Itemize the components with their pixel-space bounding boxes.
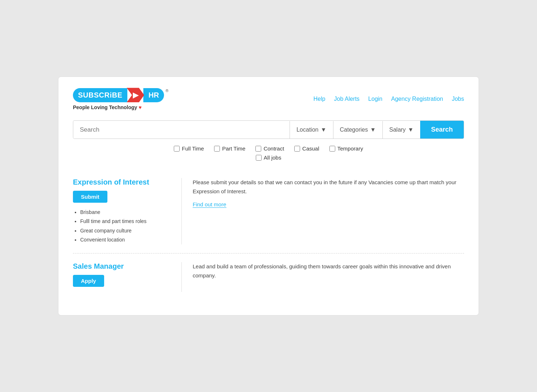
logo-subscribe: SUBSCRiBE xyxy=(73,88,127,102)
job-title-expression-of-interest[interactable]: Expression of Interest xyxy=(73,178,171,186)
filter-temporary-label: Temporary xyxy=(337,145,363,152)
job-description-1: Please submit your details so that we ca… xyxy=(193,178,464,196)
filter-all-jobs-label: All jobs xyxy=(264,154,281,161)
job-bullets-1: Brisbane Fulll time and part times roles… xyxy=(73,208,171,244)
nav-links: Help Job Alerts Login Agency Registratio… xyxy=(313,96,464,102)
heart-icon: ♥ xyxy=(139,104,142,110)
salary-label: Salary xyxy=(389,127,406,133)
bullet-culture: Great company culture xyxy=(80,226,171,235)
job-left-2: Sales Manager Apply xyxy=(73,262,182,292)
search-button[interactable]: Search xyxy=(420,121,464,139)
submit-button[interactable]: Submit xyxy=(73,191,107,203)
job-item-sales-manager: Sales Manager Apply Lead and build a tea… xyxy=(73,253,464,301)
filter-part-time[interactable]: Part Time xyxy=(214,145,245,152)
filter-contract-label: Contract xyxy=(263,145,284,152)
logo: SUBSCRiBE ▶ HR xyxy=(73,88,164,102)
filter-row-1: Full Time Part Time Contract Casual Temp… xyxy=(73,145,464,152)
search-bar: Location ▼ Categories ▼ Salary ▼ Search xyxy=(73,120,464,139)
checkbox-casual[interactable] xyxy=(294,146,300,152)
salary-dropdown[interactable]: Salary ▼ xyxy=(383,121,420,138)
filter-row-2: All jobs xyxy=(73,154,464,161)
categories-arrow-icon: ▼ xyxy=(370,127,376,133)
apply-button[interactable]: Apply xyxy=(73,275,104,287)
checkbox-full-time[interactable] xyxy=(174,146,180,152)
bullet-brisbane: Brisbane xyxy=(80,208,171,217)
logo-arrow: ▶ xyxy=(127,88,144,102)
job-description-2: Lead and build a team of professionals, … xyxy=(193,262,464,280)
checkbox-temporary[interactable] xyxy=(329,146,335,152)
location-label: Location xyxy=(296,127,319,133)
filter-temporary[interactable]: Temporary xyxy=(329,145,363,152)
nav-agency-registration[interactable]: Agency Registration xyxy=(391,96,443,102)
logo-area: SUBSCRiBE ▶ HR ® People Loving Technolog… xyxy=(73,88,168,110)
nav-help[interactable]: Help xyxy=(313,96,325,102)
location-arrow-icon: ▼ xyxy=(321,127,327,133)
categories-dropdown[interactable]: Categories ▼ xyxy=(333,121,382,138)
filter-all-jobs[interactable]: All jobs xyxy=(256,154,281,161)
find-out-more-link-1[interactable]: Find out more xyxy=(193,201,226,208)
search-input[interactable] xyxy=(73,121,290,139)
nav-jobs[interactable]: Jobs xyxy=(452,96,464,102)
filter-part-time-label: Part Time xyxy=(222,145,245,152)
logo-hr: HR xyxy=(143,88,164,102)
tagline: People Loving Technology ♥ xyxy=(73,104,168,110)
filter-full-time[interactable]: Full Time xyxy=(174,145,204,152)
job-right-1: Please submit your details so that we ca… xyxy=(182,178,464,244)
nav-job-alerts[interactable]: Job Alerts xyxy=(334,96,360,102)
categories-label: Categories xyxy=(340,127,368,133)
location-dropdown[interactable]: Location ▼ xyxy=(290,121,333,138)
main-card: SUBSCRiBE ▶ HR ® People Loving Technolog… xyxy=(58,77,479,315)
registered-symbol: ® xyxy=(165,88,168,93)
salary-arrow-icon: ▼ xyxy=(408,127,414,133)
filter-casual[interactable]: Casual xyxy=(294,145,319,152)
header: SUBSCRiBE ▶ HR ® People Loving Technolog… xyxy=(73,88,464,110)
bullet-location: Convenient location xyxy=(80,235,171,244)
filter-contract[interactable]: Contract xyxy=(255,145,284,152)
job-title-sales-manager[interactable]: Sales Manager xyxy=(73,262,171,271)
bullet-roles: Fulll time and part times roles xyxy=(80,217,171,226)
job-left-1: Expression of Interest Submit Brisbane F… xyxy=(73,178,182,244)
nav-login[interactable]: Login xyxy=(368,96,382,102)
filter-casual-label: Casual xyxy=(302,145,319,152)
job-item-expression-of-interest: Expression of Interest Submit Brisbane F… xyxy=(73,169,464,253)
checkbox-part-time[interactable] xyxy=(214,146,220,152)
filter-full-time-label: Full Time xyxy=(182,145,204,152)
job-right-2: Lead and build a team of professionals, … xyxy=(182,262,464,292)
job-list: Expression of Interest Submit Brisbane F… xyxy=(73,169,464,301)
checkbox-all-jobs[interactable] xyxy=(256,155,262,161)
checkbox-contract[interactable] xyxy=(255,146,261,152)
